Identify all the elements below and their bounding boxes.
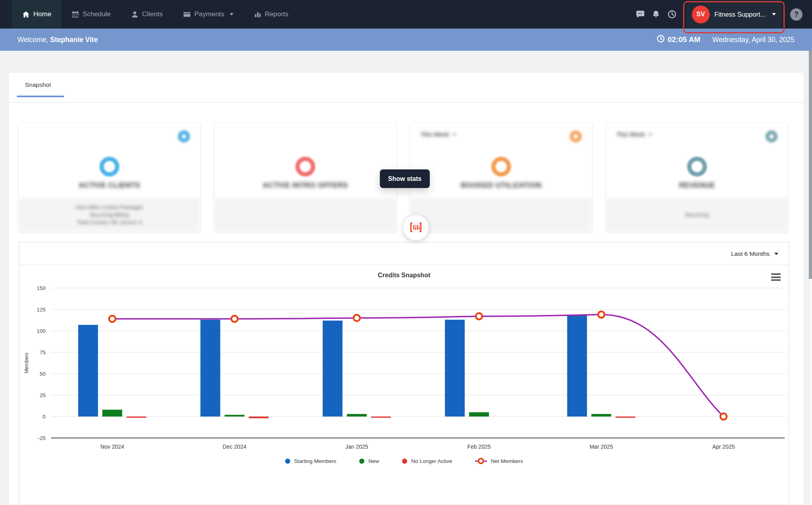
date-range-dropdown[interactable]: Last 6 Months (731, 242, 778, 265)
svg-text:Nov 2024: Nov 2024 (100, 444, 124, 450)
legend-label: No Longer Active (411, 458, 452, 464)
credits-snapshot-panel: Last 6 Months Credits Snapshot 150125100… (19, 242, 789, 505)
welcome-bar: Welcome, Stephanie Vite 02:05 AM Wednesd… (0, 29, 812, 51)
clock-icon (657, 35, 665, 45)
stat-period-dropdown[interactable]: This Week (617, 131, 652, 138)
scrollbar-track[interactable] (808, 51, 812, 505)
chart-panel-header: Last 6 Months (19, 242, 789, 265)
chevron-down-icon (774, 253, 778, 255)
nav-item-home[interactable]: Home (12, 0, 61, 29)
stat-footer-line: Total Contact: 96, Alumni: 0 (77, 219, 142, 225)
legend-label: Starting Members (294, 458, 337, 464)
nav-item-clients[interactable]: Payments Clients (121, 0, 173, 29)
stat-card: This WeekBOOKED UTILIZATION (410, 123, 592, 232)
stat-card-title: REVENUE (606, 181, 788, 190)
svg-text:50: 50 (40, 371, 46, 377)
stat-period-label: This Week (617, 131, 645, 138)
date-range-value: Last 6 Months (731, 250, 770, 257)
nav-menu: Home Schedule Payments Clients Payments … (0, 0, 299, 29)
loading-ring-icon (687, 157, 707, 177)
legend-label: New (368, 458, 379, 464)
current-date: Wednesday, April 30, 2025 (712, 36, 795, 44)
tab-active-underline (17, 96, 64, 97)
credits-snapshot-chart: 1501251007550250-25MembersNov 2024Dec 20… (19, 265, 789, 458)
svg-text:75: 75 (40, 349, 46, 355)
legend-item: No Longer Active (402, 458, 452, 464)
notifications-bell-icon[interactable] (648, 0, 664, 29)
svg-text:Dec 2024: Dec 2024 (223, 444, 247, 450)
stat-card-footer: Recurring (606, 198, 788, 232)
svg-text:Members: Members (24, 353, 29, 373)
chevron-down-icon (230, 13, 234, 15)
scrollbar-thumb[interactable] (809, 51, 812, 279)
nav-item-label: Reports (265, 10, 289, 18)
welcome-message: Welcome, Stephanie Vite (17, 36, 98, 44)
top-navbar: Home Schedule Payments Clients Payments … (0, 0, 812, 29)
legend-dot-icon (285, 459, 290, 464)
nav-item-label: Schedule (82, 10, 111, 18)
bar-chart-icon (254, 11, 261, 18)
user-name: Stephanie Vite (50, 36, 98, 44)
calendar-icon (72, 11, 79, 18)
loading-ring-icon (295, 157, 315, 177)
account-menu[interactable]: SV Fitness Support... (686, 0, 781, 29)
person-icon (131, 11, 138, 18)
legend-dot-icon (402, 459, 407, 464)
info-icon[interactable] (570, 131, 582, 142)
show-stats-button[interactable]: Show stats (380, 169, 430, 188)
barcode-scan-button[interactable] (403, 215, 429, 240)
legend-dot-icon (359, 459, 364, 464)
info-icon[interactable] (766, 131, 778, 142)
loading-ring-icon (491, 157, 511, 177)
svg-text:100: 100 (36, 328, 46, 334)
home-icon (22, 11, 30, 18)
loading-ring-icon (100, 157, 119, 177)
nav-item-schedule[interactable]: Schedule (61, 0, 121, 29)
legend-item: Starting Members (285, 458, 337, 464)
stat-card-top: ACTIVE INTRO OFFERS (214, 123, 396, 198)
time-text: 02:05 AM (668, 35, 701, 44)
welcome-right: 02:05 AM Wednesday, April 30, 2025 (657, 35, 795, 45)
tab-strip: Snapshot (9, 73, 804, 103)
stat-card-title: ACTIVE INTRO OFFERS (214, 181, 396, 190)
welcome-prefix: Welcome, (17, 36, 50, 44)
svg-text:Feb 2025: Feb 2025 (467, 444, 491, 450)
info-icon[interactable] (178, 131, 190, 142)
stat-period-label: This Week (421, 131, 449, 138)
legend-item: New (359, 458, 379, 464)
chevron-down-icon (453, 134, 456, 136)
chat-icon[interactable] (632, 0, 648, 29)
legend-label: Net Members (491, 458, 523, 464)
stat-card-title: ACTIVE CLIENTS (19, 181, 200, 190)
nav-item-label: Clients (142, 10, 163, 18)
nav-item-reports[interactable]: Reports (244, 0, 299, 29)
svg-text:150: 150 (36, 285, 46, 291)
stat-card: ACTIVE CLIENTSIntro Offer | Active Packa… (19, 123, 200, 232)
barcode-scan-icon (409, 221, 423, 234)
avatar: SV (692, 6, 710, 23)
chart-legend: Starting MembersNewNo Longer ActiveNet M… (19, 458, 789, 464)
help-icon[interactable]: ? (790, 8, 802, 21)
current-time: 02:05 AM (657, 35, 701, 45)
stat-card-footer (410, 198, 592, 232)
stat-period-dropdown[interactable]: This Week (421, 131, 456, 138)
svg-text:125: 125 (36, 307, 46, 313)
svg-text:Apr 2025: Apr 2025 (712, 444, 735, 450)
legend-item: Net Members (475, 458, 523, 464)
nav-item-payments[interactable]: Payments (173, 0, 244, 29)
svg-text:Jan 2025: Jan 2025 (345, 444, 368, 450)
stat-footer-line: Recurring (686, 212, 709, 218)
stat-card: ACTIVE INTRO OFFERS (214, 123, 396, 232)
account-name: Fitness Support... (714, 11, 766, 18)
svg-text:-25: -25 (38, 435, 46, 441)
history-clock-icon[interactable] (664, 0, 680, 29)
stat-footer-line: Intro Offer | Active Packages (76, 204, 144, 210)
stat-card-top: ACTIVE CLIENTS (19, 123, 200, 198)
legend-line-marker-icon (475, 458, 487, 464)
stat-card-top: This WeekREVENUE (606, 123, 788, 198)
dashboard-screen: Home Schedule Payments Clients Payments … (0, 0, 812, 505)
svg-text:25: 25 (40, 392, 46, 398)
svg-text:Mar 2025: Mar 2025 (590, 444, 613, 450)
tab-snapshot[interactable]: Snapshot (17, 73, 59, 103)
nav-item-label: Home (33, 10, 51, 18)
